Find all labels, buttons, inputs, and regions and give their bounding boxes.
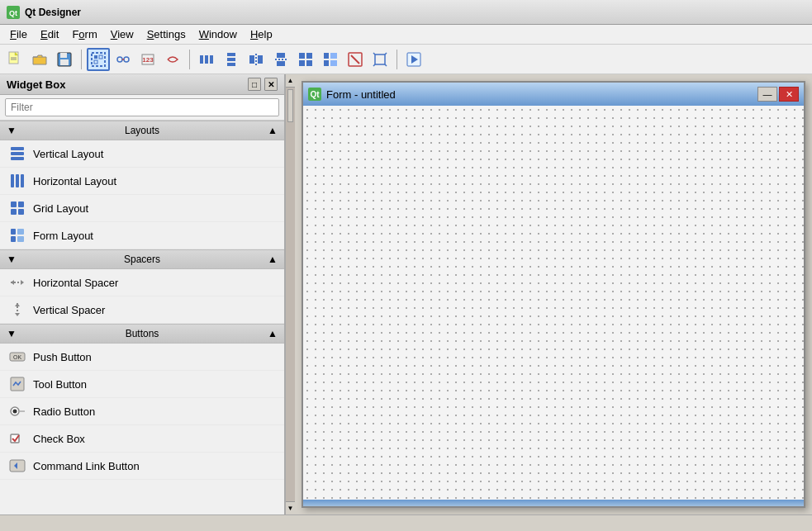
form-layout-label: Form Layout [33,230,93,242]
menu-settings[interactable]: Settings [140,26,192,42]
svg-text:Qt: Qt [9,9,17,17]
menu-window[interactable]: Window [192,26,244,42]
svg-marker-58 [21,280,24,285]
widget-box-controls: □ ✕ [248,78,278,91]
widget-item-check-box[interactable]: Check Box [0,425,284,453]
widget-editor-button[interactable] [87,48,110,71]
form-canvas[interactable] [303,106,804,500]
form-area: Qt Form - untitled — ✕ [295,74,812,514]
filter-input[interactable] [5,98,279,116]
section-buttons-header[interactable]: ▼ Buttons ▲ [0,324,284,344]
buttons-collapse-arrow: ▼ [7,328,17,339]
svg-rect-47 [21,174,24,187]
form-close-button[interactable]: ✕ [779,87,799,102]
svg-rect-35 [324,60,329,66]
section-layouts-header[interactable]: ▼ Layouts ▲ [0,121,284,140]
widget-box-panel: Widget Box □ ✕ ▼ Layouts ▲ [0,74,285,514]
widget-box-close-button[interactable]: ✕ [264,78,278,91]
widget-item-command-link[interactable]: Command Link Button [0,453,284,480]
svg-rect-7 [60,53,67,58]
panel-scrollbar[interactable]: ▲ ▼ [285,74,295,514]
buddies-button[interactable] [161,48,184,71]
vertical-spacer-label: Vertical Spacer [33,304,105,316]
form-bottom-bar [303,500,804,506]
scroll-up-arrow[interactable]: ▲ [286,74,295,88]
tool-button-label: Tool Button [33,378,87,391]
adjust-size-button[interactable] [368,48,392,71]
svg-rect-28 [277,61,285,66]
command-link-icon [8,457,26,475]
svg-marker-60 [15,303,20,306]
layout-split-h-button[interactable] [245,48,268,71]
svg-rect-26 [277,53,285,58]
tab-order-button[interactable]: 123 [136,48,159,71]
svg-rect-8 [60,59,69,65]
grid-layout-icon [8,199,26,217]
toolbar-sep-2 [189,50,190,69]
toolbar-sep-3 [397,50,397,69]
form-minimize-button[interactable]: — [757,87,777,102]
menu-form[interactable]: Form [65,26,103,42]
svg-rect-36 [330,60,337,66]
svg-rect-21 [227,58,235,61]
svg-rect-9 [92,53,105,66]
horizontal-spacer-icon [8,273,26,292]
widget-item-vertical-layout[interactable]: Vertical Layout [0,140,284,168]
grid-layout-label: Grid Layout [33,202,88,215]
form-title-left: Qt Form - untitled [308,88,396,101]
preview-button[interactable] [402,48,425,71]
break-layout-button[interactable] [344,48,367,71]
toolbar-sep-1 [81,50,82,69]
scroll-down-arrow[interactable]: ▼ [286,501,295,514]
section-spacers-header[interactable]: ▼ Spacers ▲ [0,249,284,269]
menu-help[interactable]: Help [244,26,279,42]
radio-button-label: Radio Button [33,405,95,418]
save-button[interactable] [53,48,76,71]
scroll-thumb[interactable] [287,89,293,122]
widget-item-horizontal-spacer[interactable]: Horizontal Spacer [0,269,284,296]
svg-rect-11 [99,55,102,59]
form-layout-icon [8,226,26,244]
svg-marker-61 [15,313,20,316]
widget-item-form-layout[interactable]: Form Layout [0,222,284,249]
widget-item-push-button[interactable]: OK Push Button [0,344,284,371]
svg-point-66 [13,410,17,414]
menu-file[interactable]: File [3,26,34,42]
svg-rect-30 [306,53,312,59]
section-buttons-label: Buttons [17,328,268,339]
filter-box [0,95,284,121]
title-bar: Qt Qt Designer [0,0,812,25]
widget-item-grid-layout[interactable]: Grid Layout [0,195,284,222]
svg-rect-43 [11,152,24,155]
widget-item-tool-button[interactable]: Tool Button [0,371,284,398]
svg-rect-53 [17,229,24,235]
svg-rect-52 [11,229,16,235]
widget-box-title: Widget Box [7,78,65,91]
widget-item-radio-button[interactable]: Radio Button [0,398,284,425]
form-title-text: Form - untitled [326,88,396,101]
layouts-expand-arrow: ▲ [268,125,278,136]
svg-rect-48 [11,201,17,207]
widget-box-float-button[interactable]: □ [248,78,261,91]
layout-split-v-button[interactable] [269,48,292,71]
widget-item-horizontal-layout[interactable]: Horizontal Layout [0,168,284,195]
open-button[interactable] [28,48,51,71]
svg-rect-20 [227,53,235,56]
layout-h-button[interactable] [195,48,218,71]
menu-edit[interactable]: Edit [34,26,65,42]
layout-grid-button[interactable] [294,48,317,71]
vertical-layout-icon [8,145,26,163]
widget-item-vertical-spacer[interactable]: Vertical Spacer [0,296,284,324]
layout-form-button[interactable] [319,48,342,71]
new-button[interactable] [3,48,26,71]
signals-slots-button[interactable] [112,48,135,71]
tool-button-icon [8,375,26,393]
scroll-track [286,88,295,501]
svg-rect-18 [205,55,208,64]
svg-text:OK: OK [13,354,21,360]
vertical-spacer-icon [8,301,26,319]
svg-rect-33 [324,53,329,59]
layout-v-button[interactable] [220,48,243,71]
check-box-icon [8,429,26,448]
menu-view[interactable]: View [104,26,140,42]
